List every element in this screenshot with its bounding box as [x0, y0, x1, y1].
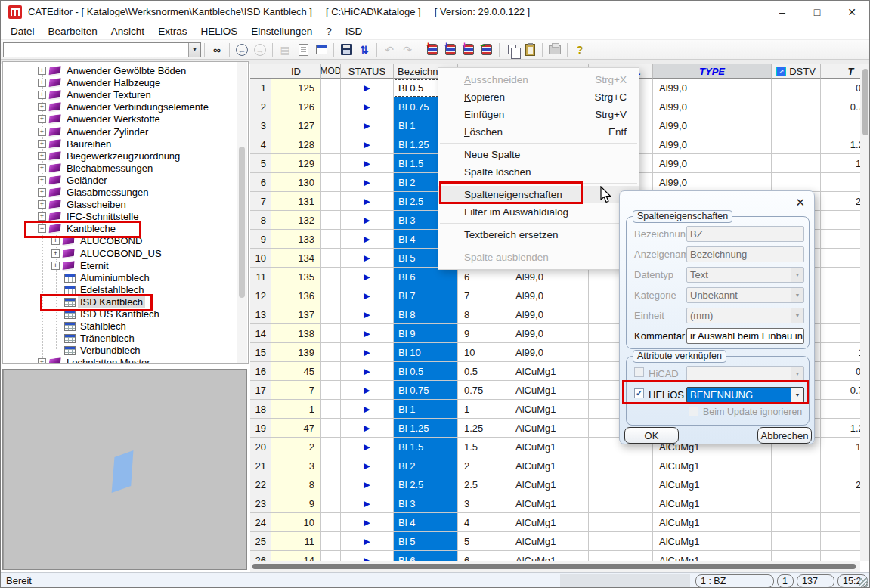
- cell-n[interactable]: 17: [250, 381, 271, 400]
- status-arrow-icon[interactable]: ▶: [341, 456, 394, 475]
- tree-item-isd-us-kantblech[interactable]: ISD US Kantblech: [3, 308, 237, 320]
- dropdown-icon[interactable]: ▼: [791, 388, 803, 402]
- cell-mod[interactable]: [321, 456, 341, 475]
- cell-mod[interactable]: [321, 362, 341, 381]
- cell-dstv[interactable]: [772, 456, 821, 475]
- cell-id[interactable]: 128: [271, 135, 321, 154]
- tree-item-biegewerkzeugzuordnung[interactable]: +Biegewerkzeugzuordnung: [3, 150, 237, 162]
- cell-material[interactable]: AlCuMg1: [509, 362, 589, 381]
- cell-id[interactable]: 2: [271, 438, 321, 456]
- status-arrow-icon[interactable]: ▶: [341, 324, 394, 343]
- cell-mod[interactable]: [321, 419, 341, 438]
- cell-size[interactable]: 1: [458, 400, 509, 419]
- cell-dstv[interactable]: [772, 135, 821, 154]
- cell-material[interactable]: Al99,0: [509, 305, 589, 324]
- column-header-n[interactable]: [250, 64, 271, 79]
- cell-t[interactable]: 2: [821, 173, 860, 192]
- tree-item-anwender-verbindungselemente[interactable]: +Anwender Verbindungselemente: [3, 101, 237, 113]
- cell-id[interactable]: 10: [271, 513, 321, 532]
- cell-id[interactable]: 131: [271, 192, 321, 211]
- cell-n[interactable]: 26: [250, 551, 271, 561]
- cell-id[interactable]: 137: [271, 305, 321, 324]
- cell-n[interactable]: 10: [250, 249, 271, 268]
- paste-special-icon[interactable]: ▤: [277, 42, 293, 58]
- cell-t[interactable]: 0.75: [821, 97, 860, 116]
- cancel-button[interactable]: Abbrechen: [757, 427, 812, 444]
- cell-dstv[interactable]: [772, 475, 821, 494]
- cell-type[interactable]: Al99,0: [653, 97, 772, 116]
- cell-t[interactable]: 4: [821, 513, 860, 532]
- tree-item-alucobond[interactable]: +ALUCOBOND: [3, 235, 237, 247]
- cell-mod[interactable]: [321, 97, 341, 116]
- cell-size[interactable]: 0.75: [458, 381, 509, 400]
- status-arrow-icon[interactable]: ▶: [341, 494, 394, 513]
- collapse-icon[interactable]: −: [38, 224, 46, 233]
- cell-id[interactable]: 9: [271, 494, 321, 513]
- catalog-remove-green-icon[interactable]: −: [478, 42, 495, 58]
- cell-id[interactable]: 133: [271, 230, 321, 249]
- hicad-checkbox[interactable]: [634, 367, 644, 377]
- cell-id[interactable]: 125: [271, 79, 321, 97]
- cell-n[interactable]: 9: [250, 230, 271, 249]
- cell-id[interactable]: 11: [271, 532, 321, 551]
- cell-id[interactable]: 45: [271, 362, 321, 381]
- cell-bez[interactable]: Bl 10: [394, 343, 458, 362]
- cell-dstv[interactable]: [772, 494, 821, 513]
- status-arrow-icon[interactable]: ▶: [341, 135, 394, 154]
- tree-item-anwender-gew-lbte-b-den[interactable]: +Anwender Gewölbte Böden: [3, 65, 237, 77]
- cell-id[interactable]: 130: [271, 173, 321, 192]
- context-item-neue-spalte[interactable]: Neue Spalte: [438, 146, 639, 163]
- cell-size[interactable]: 10: [458, 343, 509, 362]
- tree-item-aluminiumblech[interactable]: Aluminiumblech: [3, 272, 237, 284]
- cell-mod[interactable]: [321, 400, 341, 419]
- cell-mod[interactable]: [321, 116, 341, 135]
- menu-extras[interactable]: Extras: [151, 26, 194, 37]
- cell-n[interactable]: 13: [250, 305, 271, 324]
- status-arrow-icon[interactable]: ▶: [341, 475, 394, 494]
- cell-oberfl[interactable]: [589, 551, 653, 561]
- cell-t[interactable]: 10: [821, 343, 860, 362]
- menu-?[interactable]: ?: [319, 26, 339, 37]
- cell-type[interactable]: Al99,0: [653, 154, 772, 173]
- cell-material[interactable]: AlCuMg1: [509, 438, 589, 456]
- status-arrow-icon[interactable]: ▶: [341, 173, 394, 192]
- cell-bez[interactable]: Bl 2.5: [394, 475, 458, 494]
- cell-n[interactable]: 5: [250, 154, 271, 173]
- tree-item-kantbleche[interactable]: −Kantbleche: [3, 223, 237, 235]
- tree-item-baureihen[interactable]: +Baureihen: [3, 138, 237, 150]
- dropdown-icon[interactable]: ▼: [791, 367, 803, 381]
- cell-n[interactable]: 16: [250, 362, 271, 381]
- cell-size[interactable]: 4: [458, 513, 509, 532]
- cell-bez[interactable]: Bl 5: [394, 532, 458, 551]
- cell-t[interactable]: 0.75: [821, 381, 860, 400]
- cell-size[interactable]: 7: [458, 286, 509, 305]
- status-arrow-icon[interactable]: ▶: [341, 381, 394, 400]
- cell-mod[interactable]: [321, 305, 341, 324]
- cell-size[interactable]: 2.5: [458, 475, 509, 494]
- tree-item-edelstahlblech[interactable]: Edelstahlblech: [3, 284, 237, 296]
- cell-id[interactable]: 47: [271, 419, 321, 438]
- redo-icon[interactable]: ↷: [399, 42, 416, 58]
- cell-n[interactable]: 7: [250, 192, 271, 211]
- cell-t[interactable]: 2: [821, 456, 860, 475]
- forward-icon[interactable]: →: [252, 42, 268, 58]
- cell-bez[interactable]: Bl 1.25: [394, 419, 458, 438]
- tree-item-anwender-halbzeuge[interactable]: +Anwender Halbzeuge: [3, 77, 237, 89]
- find-icon[interactable]: ∞: [209, 42, 225, 58]
- cell-t[interactable]: 1.25: [821, 135, 860, 154]
- expand-icon[interactable]: +: [38, 176, 46, 184]
- cell-mod[interactable]: [321, 513, 341, 532]
- cell-type[interactable]: Al99,0: [653, 135, 772, 154]
- cell-t[interactable]: 6: [821, 268, 860, 286]
- cell-id[interactable]: 135: [271, 268, 321, 286]
- context-item-spalteneigenschaften[interactable]: Spalteneigenschaften: [438, 186, 639, 203]
- helios-attribute-combobox[interactable]: BENENNUNG▼: [686, 387, 804, 403]
- menu-einstellungen[interactable]: Einstellungen: [244, 26, 319, 37]
- cell-id[interactable]: 139: [271, 343, 321, 362]
- cell-size[interactable]: 2: [458, 456, 509, 475]
- close-button[interactable]: ✕: [834, 1, 869, 23]
- cell-t[interactable]: 8: [821, 305, 860, 324]
- cell-id[interactable]: 1: [271, 400, 321, 419]
- menu-helios[interactable]: HELiOS: [194, 26, 244, 37]
- cell-t[interactable]: 1: [821, 400, 860, 419]
